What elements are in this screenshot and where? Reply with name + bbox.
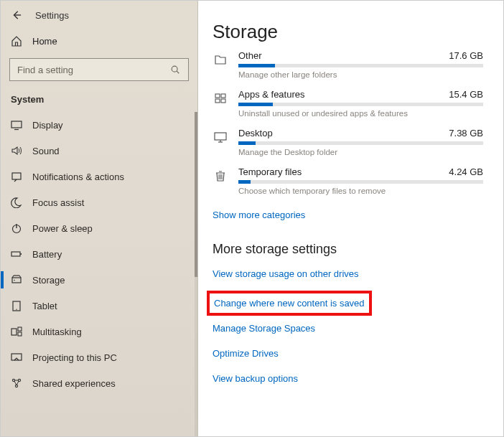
svg-rect-10 [12, 278, 21, 283]
nav-multitasking[interactable]: Multitasking [1, 319, 193, 344]
nav-list: Display Sound Notifications & actions Fo… [1, 112, 197, 436]
show-more-categories-link[interactable]: Show more categories [213, 205, 483, 225]
highlighted-link-box: Change where new content is saved [207, 291, 372, 316]
category-size: 15.4 GB [449, 89, 483, 100]
svg-point-1 [172, 66, 177, 72]
svg-rect-20 [11, 354, 22, 360]
nav-display[interactable]: Display [1, 112, 193, 138]
category-sub: Uninstall unused or undesired apps & fea… [238, 109, 483, 118]
category-name: Apps & features [238, 89, 305, 100]
nav-sound[interactable]: Sound [1, 138, 193, 164]
main-content: Storage Other17.6 GB Manage other large … [198, 1, 503, 436]
nav-home-label: Home [32, 36, 57, 47]
nav-label: Storage [32, 275, 65, 286]
storage-category-desktop[interactable]: Desktop7.38 GB Manage the Desktop folder [213, 128, 483, 156]
nav-label: Tablet [32, 301, 57, 311]
usage-bar [238, 103, 483, 106]
search-box[interactable] [9, 58, 189, 81]
scrollbar-thumb[interactable] [195, 112, 197, 277]
desktop-icon [213, 129, 228, 145]
nav-power-sleep[interactable]: Power & sleep [1, 215, 193, 241]
nav-focus-assist[interactable]: Focus assist [1, 189, 193, 215]
usage-bar [238, 141, 483, 145]
svg-point-11 [14, 280, 15, 281]
display-icon [11, 119, 22, 131]
power-icon [11, 222, 22, 234]
svg-point-16 [16, 309, 17, 310]
link-view-backup-options[interactable]: View backup options [213, 369, 483, 388]
nav-label: Projecting to this PC [32, 352, 117, 363]
link-change-where-new-content-saved[interactable]: Change where new content is saved [214, 293, 365, 313]
category-size: 17.6 GB [449, 50, 483, 61]
tablet-icon [11, 300, 22, 311]
nav-label: Power & sleep [32, 223, 93, 234]
storage-category-other[interactable]: Other17.6 GB Manage other large folders [213, 50, 483, 79]
svg-rect-26 [215, 99, 220, 103]
svg-rect-27 [221, 99, 225, 103]
storage-category-temp[interactable]: Temporary files4.24 GB Choose which temp… [213, 166, 483, 195]
shared-experiences-icon [11, 377, 22, 389]
page-title: Storage [213, 21, 483, 43]
battery-icon [11, 248, 22, 260]
svg-rect-24 [215, 94, 220, 98]
nav-label: Sound [32, 146, 60, 156]
category-name: Desktop [238, 128, 273, 138]
more-links: View storage usage on other drives Chang… [213, 264, 483, 388]
folder-icon [213, 52, 228, 67]
svg-line-2 [177, 71, 179, 73]
svg-rect-9 [21, 253, 22, 255]
notifications-icon [11, 171, 22, 182]
category-sub: Choose which temporary files to remove [238, 187, 483, 195]
nav-tablet[interactable]: Tablet [1, 293, 193, 319]
nav-notifications[interactable]: Notifications & actions [1, 164, 193, 189]
svg-rect-25 [221, 94, 225, 98]
category-sub: Manage other large folders [238, 70, 483, 79]
trash-icon [213, 168, 228, 184]
projecting-icon [11, 352, 22, 363]
nav-label: Focus assist [32, 197, 84, 208]
category-sub: Manage the Desktop folder [238, 148, 483, 156]
back-icon[interactable] [11, 9, 22, 21]
nav-projecting[interactable]: Projecting to this PC [1, 344, 193, 370]
search-input[interactable] [17, 65, 169, 75]
storage-icon [11, 274, 22, 286]
search-icon [169, 64, 181, 75]
svg-rect-17 [11, 329, 17, 335]
home-icon [11, 35, 22, 47]
scrollbar-track[interactable] [195, 112, 197, 436]
usage-bar [238, 180, 483, 184]
nav-label: Battery [32, 249, 62, 260]
link-view-storage-other-drives[interactable]: View storage usage on other drives [213, 264, 483, 283]
link-manage-storage-spaces[interactable]: Manage Storage Spaces [213, 319, 483, 338]
storage-category-apps[interactable]: Apps & features15.4 GB Uninstall unused … [213, 89, 483, 118]
nav-label: Display [32, 120, 63, 131]
svg-rect-18 [18, 327, 22, 331]
settings-sidebar: Settings Home System Display Sound [1, 1, 198, 436]
category-size: 7.38 GB [449, 128, 483, 138]
link-optimize-drives[interactable]: Optimize Drives [213, 344, 483, 363]
nav-label: Multitasking [32, 326, 82, 337]
multitasking-icon [11, 326, 22, 337]
apps-icon [213, 90, 228, 106]
section-label: System [1, 91, 197, 112]
svg-rect-28 [215, 133, 226, 140]
usage-bar [238, 64, 483, 67]
focus-assist-icon [11, 197, 22, 208]
header: Settings [1, 8, 197, 28]
svg-point-23 [15, 385, 17, 387]
svg-rect-8 [11, 252, 20, 256]
svg-rect-3 [11, 121, 22, 128]
nav-home[interactable]: Home [1, 28, 197, 54]
svg-rect-5 [12, 173, 21, 179]
nav-shared-experiences[interactable]: Shared experiences [1, 370, 193, 396]
category-name: Temporary files [238, 166, 302, 177]
category-size: 4.24 GB [449, 166, 483, 177]
nav-label: Notifications & actions [32, 171, 124, 182]
nav-battery[interactable]: Battery [1, 241, 193, 267]
window-title: Settings [35, 10, 69, 21]
sound-icon [11, 145, 22, 156]
category-name: Other [238, 50, 262, 61]
nav-storage[interactable]: Storage [1, 267, 193, 293]
nav-label: Shared experiences [32, 378, 116, 389]
svg-rect-19 [18, 332, 22, 336]
